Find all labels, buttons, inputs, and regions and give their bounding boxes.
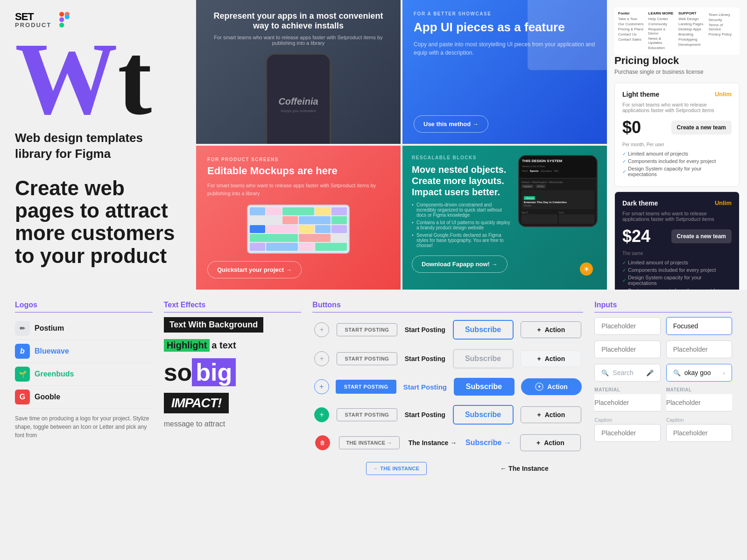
svg-rect-0 xyxy=(59,12,64,16)
pricing-light-desc: For smart teams who want to release appl… xyxy=(622,102,732,113)
card3-btn[interactable]: Quickstart your project → xyxy=(207,261,302,278)
action-solid[interactable]: + Action xyxy=(521,378,582,395)
action-outline-5[interactable]: + Action xyxy=(520,434,581,451)
card3-desc: For smart teams who want to release apps… xyxy=(207,182,389,197)
plus-btn-2[interactable]: + xyxy=(314,351,329,366)
subscribe-outline-1[interactable]: Subscribe xyxy=(453,320,514,340)
caption-field-2[interactable] xyxy=(666,424,732,442)
pricing-dark-per: The same xyxy=(622,251,732,256)
plus-btn-3[interactable]: + xyxy=(314,379,329,394)
card-4: RESCALABLE BLOCKS Move nested objects. C… xyxy=(402,146,607,290)
material-input-2: MATERIAL xyxy=(666,387,732,411)
card4-title: Move nested objects. Create more layouts… xyxy=(412,164,511,198)
subscribe-text-5[interactable]: Subscribe → xyxy=(465,434,511,452)
buttons-section: Buttons + START POSTING Start Posting Su… xyxy=(312,301,583,549)
nav-col-learn: LEARN MORE xyxy=(648,11,676,15)
gooble-icon: G xyxy=(15,390,30,404)
search-input-1: 🔍 Search 🎤 xyxy=(594,364,660,382)
instance-text-5[interactable]: The Instance → xyxy=(409,435,457,450)
fab-button[interactable]: ☀ xyxy=(580,262,593,276)
start-posting-text-4[interactable]: Start Posting xyxy=(405,407,445,422)
pricing-unlim-light: Unlim xyxy=(715,91,732,98)
pricing-create-team-btn[interactable]: Create a new team xyxy=(671,121,732,135)
action-outline-1[interactable]: + Action xyxy=(521,321,581,338)
caption-input-2: Caption xyxy=(666,417,732,442)
action-outline-4[interactable]: + Action xyxy=(521,406,581,423)
check-icon: ✓ xyxy=(622,278,626,283)
check-icon: ✓ xyxy=(622,151,626,156)
search-icon-2: 🔍 xyxy=(673,369,681,376)
start-posting-solid[interactable]: START POSTING xyxy=(336,380,396,394)
wt-display: W t xyxy=(15,35,181,123)
instance-back-btn-6[interactable]: ← THE INSTANCE xyxy=(366,462,427,475)
button-row-4: + START POSTING Start Posting Subscribe … xyxy=(312,402,583,427)
highlight-rest: a text xyxy=(211,340,236,351)
instance-back-text-6[interactable]: ← The Instance xyxy=(500,461,548,476)
start-posting-outline-2[interactable]: START POSTING xyxy=(337,352,397,365)
inputs-grid: 🔍 Search 🎤 🔍 okay goo › MATERIAL MATERIA… xyxy=(594,317,732,442)
bottom-section: Logos ✏ Postium b Bluewave 🌱 Greenbuds G… xyxy=(0,290,747,560)
card1-desc: For smart teams who want to release apps… xyxy=(207,35,389,46)
bluewave-icon: b xyxy=(15,344,30,359)
subscribe-outline-4[interactable]: Subscribe xyxy=(453,405,514,425)
left-panel: SET PRODUCT W t Web design templates lib… xyxy=(0,0,196,290)
material-label-2: MATERIAL xyxy=(666,387,732,392)
caption-field-1[interactable] xyxy=(594,424,660,442)
card4-btn[interactable]: Download Fapapp now! → xyxy=(412,255,507,273)
plus-icon: + xyxy=(537,411,541,418)
nav-col-footer: Footer xyxy=(618,11,646,15)
app-name: Coffeinia xyxy=(278,96,318,107)
subscribe-solid[interactable]: Subscribe xyxy=(454,378,514,396)
button-row-1: + START POSTING Start Posting Subscribe … xyxy=(312,317,583,342)
material-field-1[interactable] xyxy=(594,394,660,411)
pricing-light-price-row: $0 Create a new team xyxy=(622,118,732,137)
svg-point-2 xyxy=(65,14,70,19)
inputs-title: Inputs xyxy=(594,301,732,312)
subscribe-outline-2[interactable]: Subscribe xyxy=(453,349,514,369)
material-field-2[interactable] xyxy=(666,394,732,411)
start-posting-text-2[interactable]: Start Posting xyxy=(405,351,445,366)
text-effect-sobig: so big xyxy=(164,358,302,386)
pricing-dark-create-btn[interactable]: Create a new team xyxy=(671,229,732,243)
postium-icon: ✏ xyxy=(15,321,30,336)
start-posting-outline-4[interactable]: START POSTING xyxy=(337,408,397,421)
input-field-focused[interactable] xyxy=(666,317,732,335)
pricing-title: Pricing block xyxy=(614,55,740,67)
logos-section: Logos ✏ Postium b Bluewave 🌱 Greenbuds G… xyxy=(15,301,153,549)
search-icon: 🔍 xyxy=(601,369,609,376)
letter-t: t xyxy=(118,35,152,123)
pricing-light-price: $0 xyxy=(622,118,641,137)
plus-icon: + xyxy=(536,439,540,447)
text-with-bg: Text With Background xyxy=(164,317,264,333)
card4-bullet2: • Contains a lot of UI patterns to quick… xyxy=(412,220,511,230)
check-icon: ✓ xyxy=(622,268,626,273)
card2-btn[interactable]: Use this method → xyxy=(414,115,488,133)
footer-nav: Footer Take a Tour Our Customers Pricing… xyxy=(614,7,740,55)
pricing-light-per: Per month, Per user xyxy=(622,142,732,147)
nav-col-support: SUPPORT xyxy=(678,11,706,15)
mic-icon: 🎤 xyxy=(646,369,654,376)
input-field-1[interactable] xyxy=(594,317,660,335)
greenbuds-icon: 🌱 xyxy=(15,367,30,382)
plus-btn-4[interactable]: + xyxy=(314,407,329,422)
logo-postium: ✏ Postium xyxy=(15,317,153,340)
logo-greenbuds: 🌱 Greenbuds xyxy=(15,363,153,386)
plus-btn-1[interactable]: + xyxy=(314,322,329,337)
instance-btn-5[interactable]: THE INSTANCE → xyxy=(339,436,400,449)
delete-btn-5[interactable]: 🗑 xyxy=(315,435,330,450)
logos-title: Logos xyxy=(15,301,153,312)
pricing-light-theme: Light theme xyxy=(622,91,659,98)
card3-tag: FOR PRODUCT SCREENS xyxy=(207,157,389,162)
greenbuds-name: Greenbuds xyxy=(35,370,74,378)
action-outline-2[interactable]: + Action xyxy=(521,350,581,367)
input-field-2[interactable] xyxy=(594,340,660,358)
input-field-3[interactable] xyxy=(666,340,732,358)
pricing-sub: Purchase single or business license xyxy=(614,69,740,75)
cards-area: Represent your apps in a most convenient… xyxy=(196,0,607,290)
start-posting-text-1[interactable]: Start Posting xyxy=(405,322,445,337)
app-tagline: Keeps you motivated xyxy=(281,109,316,113)
chevron-right-icon: › xyxy=(723,369,725,376)
start-posting-text-3[interactable]: Start Posting xyxy=(403,379,447,395)
start-posting-outline-1[interactable]: START POSTING xyxy=(337,323,397,336)
caption-label-2: Caption xyxy=(666,417,732,423)
